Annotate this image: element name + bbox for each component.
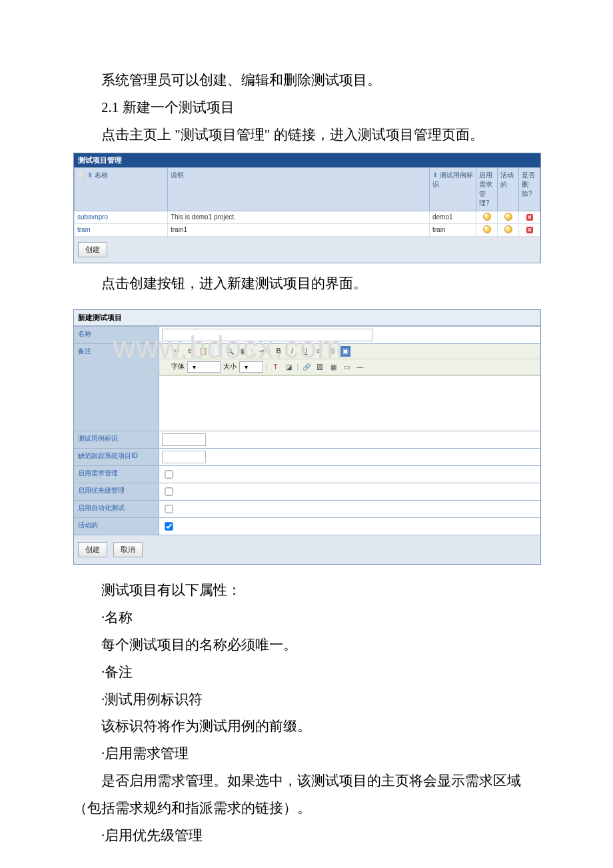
bugsys-input[interactable] [162,451,206,463]
table-row: subsvnpro This is demo1 project. demo1 ✕ [75,211,540,223]
section-number: 2.1 [101,99,123,115]
font-label: 字体 [171,362,185,371]
expand-icon[interactable]: ▣ [340,346,350,357]
underline-icon[interactable]: U [300,346,310,357]
sort-icon: ⚪ [77,171,85,179]
para-name-unique: 每个测试项目的名称必须唯一。 [73,631,540,659]
proj-name-link[interactable]: subsvnpro [75,211,168,223]
project-table: ⚪ ⬍ 名称 说明 ⬍ 测试用例标识 启用需求管理? 活动的 是否删除? sub… [74,167,540,237]
tcid-input[interactable] [162,433,206,446]
table-icon[interactable]: ▦ [328,361,338,372]
italic-icon[interactable]: I [287,346,297,357]
delete-icon[interactable]: ✕ [526,227,533,233]
proj-name-link[interactable]: train [75,223,168,236]
remark-textarea[interactable] [159,375,540,431]
copy-icon[interactable]: ⧉ [185,346,195,357]
label-req: 启用需求管理 [74,466,159,483]
screenshot-new-project: 新建测试项目 名称 备注 ⋮ ✂ ⧉ 📋 📄 🔍 [73,309,541,565]
bullet-priority: ·启用优先级管理 [73,822,540,849]
olist-icon[interactable]: ≡ [313,346,324,357]
para-req-explain: 是否启用需求管理。如果选中，该测试项目的主页将会显示需求区域（包括需求规约和指派… [73,767,540,822]
para-section21: 2.1 新建一个测试项目 [73,94,540,121]
bulb-on-icon[interactable] [504,225,512,233]
proj-tcid: demo1 [430,211,476,223]
auto-checkbox[interactable] [165,505,173,513]
bulb-on-icon[interactable] [483,213,491,221]
rte-toolbar: ⋮ ✂ ⧉ 📋 📄 🔍 ▦ | ⇥ | B I U [159,344,540,359]
textcolor-icon[interactable]: T [271,361,281,372]
label-bugsys: 缺陷跟踪系统项目ID [74,449,159,465]
screenshot-project-list: 测试项目管理 ⚪ ⬍ 名称 说明 ⬍ 测试用例标识 启用需求管理? 活动的 是否… [73,153,541,263]
col-desc[interactable]: 说明 [168,167,430,211]
font-select[interactable]: ▾ [187,361,221,373]
indent-icon[interactable]: ⇥ [256,346,267,357]
col-active[interactable]: 活动的 [498,167,519,211]
hr-icon[interactable]: ▭ [341,361,352,372]
image-icon[interactable]: 🖼 [314,361,325,372]
more-icon[interactable]: — [354,361,365,372]
proj-desc: This is demo1 project. [168,211,430,223]
label-remark: 备注 [74,344,159,431]
label-active: 活动的 [74,518,159,535]
priority-checkbox[interactable] [165,487,173,495]
para-tcid-prefix: 该标识符将作为测试用例的前缀。 [73,713,540,740]
size-label: 大小 [223,362,237,371]
bulb-on-icon[interactable] [504,213,512,221]
req-checkbox[interactable] [165,470,173,478]
bold-icon[interactable]: B [273,346,284,357]
link-icon[interactable]: 🔗 [301,361,312,372]
section-title: 新建一个测试项目 [123,99,235,115]
size-select[interactable]: ▾ [239,361,263,373]
find-icon[interactable]: 🔍 [225,346,235,357]
label-name: 名称 [74,327,159,343]
bullet-name: ·名称 [73,604,540,631]
col-tcid[interactable]: ⬍ 测试用例标识 [430,167,476,211]
bullet-tcid: ·测试用例标识符 [73,686,540,713]
label-priority: 启用优先级管理 [74,483,159,500]
create-button[interactable]: 创建 [78,242,107,257]
panel-title: 新建测试项目 [74,310,540,326]
active-checkbox[interactable] [165,522,173,530]
para-click-create: 点击创建按钮，进入新建测试项目的界面。 [73,270,540,297]
proj-desc: train1 [168,223,430,236]
delete-icon[interactable]: ✕ [526,214,533,221]
cancel-button[interactable]: 取消 [113,542,143,557]
bulb-on-icon[interactable] [483,225,491,233]
para-enter-manage: 点击主页上 "测试项目管理" 的链接，进入测试项目管理页面。 [73,121,540,149]
proj-tcid: train [430,223,476,236]
bullet-remark: ·备注 [73,659,540,686]
paste-icon[interactable]: 📋 [198,346,209,357]
label-tcid: 测试用例标识 [74,431,159,448]
label-auto: 启用自动化测试 [74,501,159,517]
create-button[interactable]: 创建 [78,542,107,557]
col-req[interactable]: 启用需求管理? [476,167,498,211]
ulist-icon[interactable]: ☰ [326,346,337,357]
bullet-req: ·启用需求管理 [73,740,540,767]
select-icon[interactable]: ▦ [238,346,249,357]
table-row: train train1 train ✕ [75,223,540,236]
panel-title: 测试项目管理 [74,153,540,167]
name-input[interactable] [162,329,372,341]
bgcolor-icon[interactable]: ◪ [284,361,295,372]
col-delete[interactable]: 是否删除? [519,167,540,211]
paste-icon[interactable]: 📄 [211,346,222,357]
para-attrs: 测试项目有以下属性： [73,577,540,604]
rte-toolbar-2: ⋮ 字体 ▾ 大小 ▾ | T ◪ | 🔗 🖼 ▦ ▭ [159,359,540,375]
cut-icon[interactable]: ✂ [171,346,182,357]
col-name[interactable]: ⚪ ⬍ 名称 [75,167,168,211]
para-admin: 系统管理员可以创建、编辑和删除测试项目。 [73,67,540,94]
